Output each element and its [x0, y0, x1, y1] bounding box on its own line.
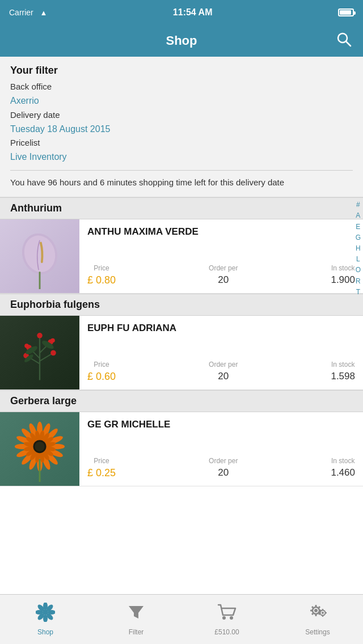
product-details-euphorbia: Price £ 0.60 Order per 20 In stock 1.598 [87, 361, 355, 383]
tab-cart-label: £510.00 [214, 628, 239, 636]
in-stock-label-anthurium: In stock [331, 264, 354, 272]
svg-rect-72 [310, 610, 313, 612]
category-euphorbia-label: Euphorbia fulgens [10, 299, 100, 310]
product-anthu-maxima[interactable]: ANTHU MAXIMA VERDE Price £ 0.80 Order pe… [0, 219, 363, 294]
in-stock-value-anthurium: 1.900 [331, 274, 355, 286]
gerbera-svg [11, 417, 68, 482]
alpha-a[interactable]: A [356, 210, 360, 221]
tab-shop[interactable]: Shop [0, 598, 91, 641]
cart-svg [217, 603, 237, 622]
alpha-t[interactable]: T [356, 287, 360, 298]
product-image-gerbera [0, 412, 79, 486]
nav-title: Shop [166, 33, 197, 48]
in-stock-value-euphorbia: 1.598 [331, 371, 355, 382]
order-per-col-anthurium: Order per 20 [209, 264, 238, 286]
order-per-value-gerbera: 20 [218, 467, 229, 478]
svg-line-1 [346, 41, 351, 46]
svg-rect-83 [325, 612, 327, 613]
svg-marker-65 [129, 606, 143, 618]
svg-rect-82 [319, 612, 320, 613]
tab-shop-label: Shop [37, 628, 53, 636]
svg-point-69 [314, 609, 318, 612]
filter-divider [10, 170, 353, 171]
product-info-euphorbia: EUPH FU ADRIANA Price £ 0.60 Order per 2… [79, 316, 363, 389]
tab-cart[interactable]: £510.00 [182, 598, 272, 641]
svg-point-16 [37, 333, 43, 338]
status-time: 11:54 AM [173, 7, 213, 18]
product-gerbera-michelle[interactable]: GE GR MICHELLE Price £ 0.25 Order per 20… [0, 412, 363, 486]
search-icon [336, 31, 352, 47]
price-col-gerbera: Price £ 0.25 [87, 457, 116, 479]
alpha-g[interactable]: G [356, 232, 361, 243]
svg-point-67 [230, 616, 233, 620]
main-content: Your filter Back office Axerrio Delivery… [0, 57, 363, 536]
svg-point-15 [50, 350, 56, 355]
battery-icon [338, 9, 354, 16]
wifi-icon: ▲ [40, 9, 47, 17]
alpha-l[interactable]: L [356, 254, 360, 265]
back-office-label: Back office [10, 80, 353, 94]
filter-heading: Your filter [10, 65, 353, 77]
price-label-gerbera: Price [94, 457, 109, 465]
order-per-label-gerbera: Order per [209, 457, 238, 465]
svg-rect-81 [322, 615, 323, 617]
filter-icon [126, 603, 146, 626]
product-info-anthurium: ANTHU MAXIMA VERDE Price £ 0.80 Order pe… [79, 219, 363, 293]
alpha-nav[interactable]: # A E G H L O R T [353, 197, 363, 300]
anthurium-svg [11, 224, 68, 289]
carrier-label: Carrier [9, 8, 33, 17]
svg-point-13 [50, 338, 55, 342]
alpha-r[interactable]: R [356, 276, 361, 287]
order-per-value-anthurium: 20 [218, 274, 229, 286]
product-image-anthurium [0, 219, 79, 293]
back-office-value[interactable]: Axerrio [10, 94, 353, 108]
category-anthurium: Anthurium [0, 197, 363, 219]
svg-point-11 [24, 344, 29, 348]
euphorbia-svg [11, 320, 68, 385]
tab-filter[interactable]: Filter [91, 598, 182, 641]
product-name-euphorbia: EUPH FU ADRIANA [87, 323, 355, 334]
search-button[interactable] [336, 31, 352, 50]
product-list: # A E G H L O R T Anthurium [0, 197, 363, 486]
svg-rect-80 [322, 609, 323, 611]
price-col-euphorbia: Price £ 0.60 [87, 361, 116, 383]
delivery-date-value[interactable]: Tuesday 18 August 2015 [10, 122, 353, 137]
category-euphorbia: Euphorbia fulgens [0, 294, 363, 316]
nav-bar: Shop [0, 25, 363, 57]
cart-icon [217, 603, 237, 626]
shopping-time-text: You have 96 hours and 6 minutes shopping… [10, 176, 353, 189]
alpha-h[interactable]: H [356, 243, 361, 254]
in-stock-label-euphorbia: In stock [331, 361, 354, 368]
filter-svg [126, 603, 146, 622]
pricelist-value[interactable]: Live Inventory [10, 150, 353, 164]
price-col-anthurium: Price £ 0.80 [87, 264, 116, 286]
carrier-wifi: Carrier ▲ [9, 8, 47, 17]
svg-point-64 [43, 609, 48, 615]
order-per-label-euphorbia: Order per [209, 361, 238, 368]
product-info-gerbera: GE GR MICHELLE Price £ 0.25 Order per 20… [79, 412, 363, 486]
category-gerbera-label: Gerbera large [10, 395, 77, 406]
svg-point-66 [222, 616, 226, 620]
pricelist-label: Pricelist [10, 136, 353, 150]
product-details-anthurium: Price £ 0.80 Order per 20 In stock 1.900 [87, 264, 355, 286]
price-value-gerbera: £ 0.25 [87, 467, 116, 479]
product-name-gerbera: GE GR MICHELLE [87, 419, 355, 430]
alpha-e[interactable]: E [356, 222, 360, 232]
price-label-anthurium: Price [94, 264, 109, 272]
status-bar: Carrier ▲ 11:54 AM [0, 0, 363, 25]
price-label-euphorbia: Price [94, 361, 109, 368]
in-stock-col-euphorbia: In stock 1.598 [331, 361, 355, 382]
price-value-anthurium: £ 0.80 [87, 274, 116, 286]
svg-point-79 [322, 612, 324, 614]
battery-indicator [338, 9, 354, 16]
svg-point-3 [20, 232, 60, 276]
order-per-label-anthurium: Order per [209, 264, 238, 272]
in-stock-col-anthurium: In stock 1.900 [331, 264, 355, 286]
product-image-euphorbia [0, 316, 79, 389]
alpha-hash[interactable]: # [356, 200, 360, 210]
product-euph-fu-adriana[interactable]: EUPH FU ADRIANA Price £ 0.60 Order per 2… [0, 316, 363, 390]
category-anthurium-label: Anthurium [10, 202, 62, 214]
settings-icon [307, 603, 328, 626]
tab-settings[interactable]: Settings [272, 598, 363, 641]
alpha-o[interactable]: O [356, 265, 361, 276]
